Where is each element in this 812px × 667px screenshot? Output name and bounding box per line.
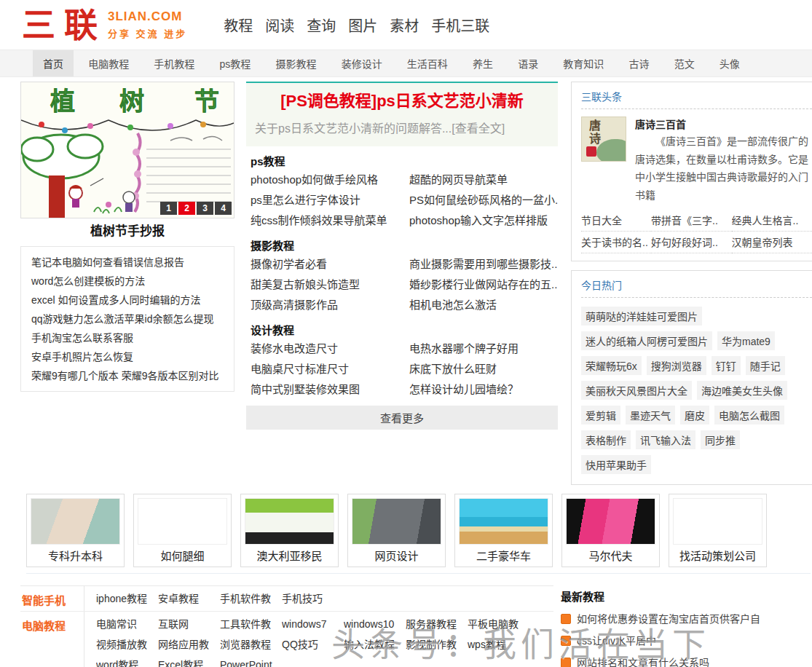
hot-tag[interactable]: 电脑怎么截图 bbox=[714, 406, 784, 425]
hot-tag[interactable]: 华为mate9 bbox=[717, 331, 775, 350]
category-link[interactable]: 视频播放教 bbox=[96, 634, 153, 655]
main-nav-link[interactable]: 装修设计 bbox=[331, 50, 393, 76]
article-link[interactable]: qq游戏魅力怎么激活 bbox=[31, 313, 125, 325]
carousel-caption[interactable]: 植树节手抄报 bbox=[20, 218, 234, 242]
category-link[interactable]: 网络应用教 bbox=[158, 634, 215, 655]
category-link[interactable]: 工具软件教 bbox=[220, 614, 277, 634]
hot-tag[interactable]: 搜狗浏览器 bbox=[647, 356, 706, 375]
category-link[interactable]: 影视制作教 bbox=[406, 634, 462, 655]
promo-caption[interactable]: 网页设计 bbox=[352, 545, 441, 563]
promo-caption[interactable]: 二手豪华车 bbox=[459, 545, 548, 563]
article-link[interactable]: 床底下放什么旺财 bbox=[409, 359, 558, 379]
headline-item[interactable]: 唐诗 唐诗三百首 《唐诗三百首》是一部流传很广的唐诗选集，在数量以杜甫诗数多。它… bbox=[581, 109, 812, 204]
main-nav-link[interactable]: 范文 bbox=[664, 50, 705, 76]
latest-item[interactable]: 网站排名和文章有什么关系吗 bbox=[561, 652, 811, 667]
headline-link[interactable]: 经典人生格言.. bbox=[732, 210, 812, 232]
latest-link[interactable]: 如何将优惠券设置在淘宝店首页供客户自 bbox=[577, 608, 760, 630]
hot-tag[interactable]: 荣耀畅玩6x bbox=[581, 356, 642, 375]
category-link[interactable]: 手机软件教 bbox=[220, 588, 277, 609]
main-nav-link[interactable]: 古诗 bbox=[619, 50, 660, 76]
category-link[interactable]: 手机技巧 bbox=[282, 588, 339, 609]
article-link[interactable]: 超酷的网页导航菜单 bbox=[409, 170, 558, 190]
hot-tag[interactable]: 快用苹果助手 bbox=[581, 455, 651, 474]
carousel[interactable]: 植 树 节 bbox=[20, 82, 234, 218]
featured-title[interactable]: [PS调色教程]ps日系文艺范小清新 bbox=[255, 90, 549, 113]
carousel-image[interactable]: 植 树 节 bbox=[21, 82, 234, 218]
category-label[interactable]: 电脑教程 bbox=[20, 612, 84, 667]
promo-card[interactable]: 澳大利亚移民 bbox=[240, 494, 339, 567]
carousel-page-button[interactable]: 2 bbox=[178, 202, 195, 215]
latest-link[interactable]: css让div水平居中 bbox=[577, 630, 656, 652]
article-link[interactable]: ps里怎么进行字体设计 bbox=[251, 190, 409, 210]
category-link[interactable]: iphone教程 bbox=[96, 588, 153, 609]
promo-image[interactable] bbox=[31, 498, 120, 545]
hot-tag[interactable]: 磨皮 bbox=[680, 406, 709, 425]
category-link[interactable]: windows7 bbox=[282, 614, 339, 634]
site-logo[interactable]: 三联 bbox=[22, 8, 106, 42]
category-link[interactable]: PowerPoint bbox=[220, 655, 277, 667]
top-nav-link[interactable]: 阅读 bbox=[265, 15, 294, 36]
article-link[interactable]: 电热水器哪个牌子好用 bbox=[409, 339, 558, 359]
article-link[interactable]: 顶级高清摄影作品 bbox=[251, 295, 409, 315]
hot-tag[interactable]: 美丽秋天风景图片大全 bbox=[581, 381, 692, 400]
article-link[interactable]: 电脑桌尺寸标准尺寸 bbox=[251, 359, 409, 379]
promo-image[interactable] bbox=[245, 498, 334, 545]
hot-tag[interactable]: 萌萌哒的洋娃娃可爱图片 bbox=[581, 307, 702, 325]
hot-tag[interactable]: 迷人的纸箱人阿楞可爱图片 bbox=[581, 331, 712, 350]
headline-link[interactable]: 汉朝皇帝列表 bbox=[732, 232, 812, 253]
hot-tag[interactable]: 随手记 bbox=[746, 356, 785, 375]
promo-card[interactable]: 找活动策划公司 bbox=[669, 494, 767, 567]
promo-caption[interactable]: 专科升本科 bbox=[31, 545, 120, 563]
category-link[interactable]: windows10 bbox=[344, 614, 401, 634]
promo-card[interactable]: 马尔代夫 bbox=[561, 494, 660, 567]
article-link[interactable]: photoshop输入文字怎样排版 bbox=[409, 210, 558, 231]
promo-image[interactable] bbox=[459, 498, 548, 545]
headline-link[interactable]: 带拼音《三字.. bbox=[651, 210, 731, 232]
hot-tag[interactable]: 爱剪辑 bbox=[581, 406, 620, 425]
main-nav-link[interactable]: 头像 bbox=[709, 50, 750, 76]
headline-thumbnail[interactable]: 唐诗 bbox=[581, 117, 626, 162]
main-nav-link[interactable]: 摄影教程 bbox=[265, 50, 326, 76]
main-nav-link[interactable]: 语录 bbox=[508, 50, 548, 76]
main-nav-link[interactable]: 生活百科 bbox=[397, 50, 458, 76]
article-link[interactable]: excel 如何设置成多人同时编辑的方法 bbox=[31, 294, 201, 306]
view-more-button[interactable]: 查看更多 bbox=[246, 406, 558, 430]
promo-caption[interactable]: 澳大利亚移民 bbox=[245, 545, 334, 563]
category-link[interactable]: Excel教程 bbox=[158, 655, 215, 667]
article-link[interactable]: 笔记本电脑如何查看错误信息报告 bbox=[31, 256, 184, 268]
top-nav-link[interactable]: 教程 bbox=[224, 15, 253, 36]
promo-card[interactable]: 如何腿细 bbox=[133, 494, 232, 567]
article-link[interactable]: 装修水电改造尺寸 bbox=[251, 339, 409, 359]
main-nav-link[interactable]: 电脑教程 bbox=[78, 50, 139, 76]
promo-caption[interactable]: 找活动策划公司 bbox=[673, 545, 762, 563]
main-nav-link[interactable]: 养生 bbox=[462, 50, 503, 76]
category-link[interactable]: word教程 bbox=[96, 655, 153, 667]
promo-card[interactable]: 二手豪华车 bbox=[454, 494, 553, 567]
article-link[interactable]: 怎样设计幼儿园墙绘？ bbox=[409, 379, 558, 400]
article-link[interactable]: 手机淘宝怎么联系客服 bbox=[31, 332, 133, 344]
article-link[interactable]: 摄像初学者必看 bbox=[251, 254, 409, 275]
main-nav-link[interactable]: 首页 bbox=[33, 50, 74, 76]
category-link[interactable]: 平板电脑教 bbox=[468, 614, 524, 634]
main-nav-link[interactable]: 教育知识 bbox=[553, 50, 614, 76]
article-link[interactable]: 简中式别墅装修效果图 bbox=[251, 379, 409, 400]
promo-image[interactable] bbox=[138, 498, 227, 545]
main-nav-link[interactable]: ps教程 bbox=[210, 50, 261, 76]
top-nav-link[interactable]: 查询 bbox=[307, 15, 336, 36]
category-link[interactable]: 互联网 bbox=[158, 614, 215, 634]
category-link[interactable]: wps教程 bbox=[468, 634, 524, 655]
promo-image[interactable] bbox=[566, 498, 655, 545]
promo-caption[interactable]: 如何腿细 bbox=[138, 545, 227, 563]
article-link[interactable]: word怎么创建模板的方法 bbox=[31, 275, 145, 287]
article-link[interactable]: 甜美复古新娘头饰造型 bbox=[251, 275, 409, 295]
category-link[interactable]: 电脑常识 bbox=[96, 614, 153, 634]
category-link[interactable]: 安卓教程 bbox=[158, 588, 215, 609]
promo-image[interactable] bbox=[352, 498, 441, 545]
latest-link[interactable]: 网站排名和文章有什么关系吗 bbox=[577, 652, 709, 667]
latest-item[interactable]: css让div水平居中 bbox=[561, 630, 811, 652]
hot-tag[interactable]: 同步推 bbox=[701, 430, 740, 449]
article-link[interactable]: photoshop如何做手绘风格 bbox=[251, 170, 409, 190]
promo-image[interactable] bbox=[673, 498, 762, 545]
category-link[interactable]: 浏览器教程 bbox=[220, 634, 277, 655]
featured-summary[interactable]: 关于ps日系文艺范小清新的问题解答...[查看全文] bbox=[255, 119, 549, 136]
